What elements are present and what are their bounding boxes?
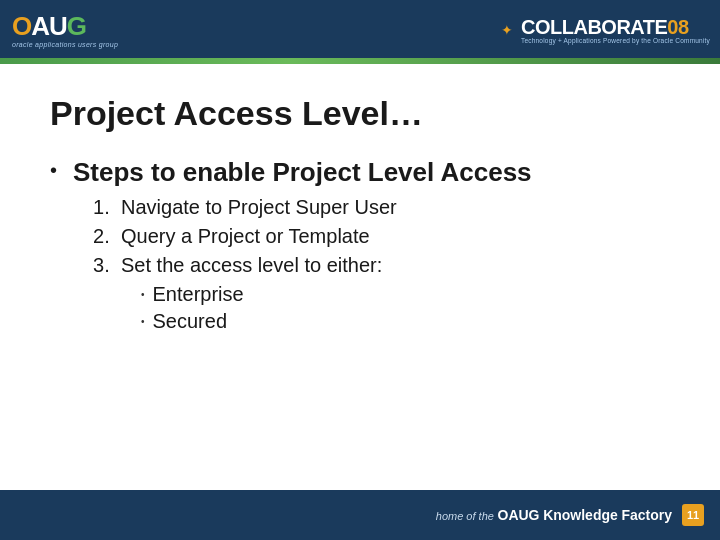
footer-oaug: OAUG [498,507,540,523]
oaug-logo-area: OAUG oracle applications users group [0,0,200,60]
oaug-subtitle: oracle applications users group [12,41,118,48]
collaborate-subtitle: Technology + Applications Powered by the… [521,37,710,44]
item-number: 1. [93,196,113,219]
page-number-badge: 11 [682,504,704,526]
sub-item-text: Enterprise [153,283,244,306]
collaborate-text: COLLABORATE08 Technology + Applications … [521,17,710,44]
list-item: • Secured [141,310,532,333]
item-number: 2. [93,225,113,248]
list-item: 1. Navigate to Project Super User [93,196,532,219]
item-text: Query a Project or Template [121,225,370,248]
item-text: Navigate to Project Super User [121,196,397,219]
numbered-list: 1. Navigate to Project Super User 2. Que… [93,196,532,333]
list-item: • Enterprise [141,283,532,306]
list-item: 2. Query a Project or Template [93,225,532,248]
footer-prefix: home of the [436,510,494,522]
collaborate-badge: ✦ COLLABORATE08 Technology + Application… [501,17,710,44]
sub-bullet-dot: • [141,289,145,300]
collaborate-title: COLLABORATE08 [521,17,689,37]
top-bar: OAUG oracle applications users group ✦ C… [0,0,720,60]
footer-tagline: home of the OAUG Knowledge Factory [436,507,672,523]
item-text: Set the access level to either: [121,254,382,277]
oaug-logo-text: OAUG [12,13,86,39]
bullet-content: Steps to enable Project Level Access 1. … [73,157,532,337]
footer-knowledge: Knowledge [543,507,618,523]
item-number: 3. [93,254,113,277]
slide-title: Project Access Level… [50,94,670,133]
bullet-section: • Steps to enable Project Level Access 1… [50,157,670,337]
footer-factory: Factory [621,507,672,523]
list-item: 3. Set the access level to either: [93,254,532,277]
sub-bullets: • Enterprise • Secured [141,283,532,333]
star-icon: ✦ [501,22,513,38]
sub-item-text: Secured [153,310,228,333]
bottom-bar: home of the OAUG Knowledge Factory 11 [0,490,720,540]
sub-bullet-dot: • [141,316,145,327]
bullet-dot: • [50,159,57,182]
bullet-heading: Steps to enable Project Level Access [73,157,532,188]
oaug-logo: OAUG oracle applications users group [12,13,118,48]
collaborate-area: ✦ COLLABORATE08 Technology + Application… [200,0,720,60]
main-content: Project Access Level… • Steps to enable … [0,64,720,490]
